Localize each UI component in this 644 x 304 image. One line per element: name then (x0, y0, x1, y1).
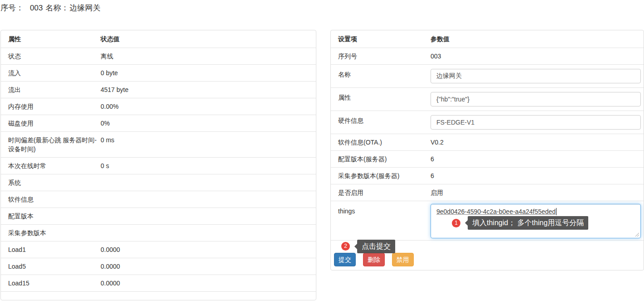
row-label: 采集参数版本 (1, 225, 101, 241)
table-row: 本次在线时常0 s (1, 158, 316, 174)
column-header-param-value: 参数值 (431, 30, 644, 48)
row-value: 0 s (101, 158, 316, 174)
row-label: 序列号 (331, 48, 431, 64)
table-row: Load150.0000 (1, 275, 316, 292)
table-row: 状态离线 (1, 48, 316, 65)
name-input[interactable] (431, 69, 641, 83)
enabled-row: 是否启用 启用 (331, 184, 644, 201)
content-panels: 属性 状态值 状态离线 流入0 byte 流出4517 byte 内存使用0.0… (0, 30, 644, 300)
row-label: 采集参数版本(服务器) (331, 168, 431, 184)
settings-header-row: 设置项 参数值 (331, 30, 644, 48)
row-label: 时间偏差(最新心跳 服务器时间-设备时间) (1, 132, 101, 157)
row-label: 软件信息 (1, 191, 101, 207)
row-label: 硬件信息 (331, 111, 431, 129)
row-value: 0.0000 (101, 258, 316, 275)
row-label: 状态 (1, 48, 101, 64)
page-title: 序号：003名称：边缘网关 (0, 0, 644, 14)
annotation-step-1: 1 填入thingid； 多个thing用逗号分隔 (452, 216, 588, 230)
hardware-row: 硬件信息 (331, 111, 644, 134)
row-label: 名称 (331, 65, 431, 82)
step-1-tooltip-text: 填入thingid； 多个thing用逗号分隔 (468, 216, 588, 230)
name-value: 边缘网关 (69, 4, 100, 12)
name-label: 名称： (45, 4, 68, 12)
attributes-row: 属性 (331, 88, 644, 111)
row-value: 启用 (431, 184, 644, 201)
step-2-badge: 2 (341, 242, 350, 251)
table-row: 磁盘使用0% (1, 115, 316, 132)
annotation-step-2: 2 点击提交 (341, 240, 395, 253)
attributes-input[interactable] (431, 92, 641, 106)
software-ota-row: 软件信息(OTA.) V0.2 (331, 134, 644, 151)
column-header-status-value: 状态值 (101, 30, 316, 48)
row-label: 磁盘使用 (1, 115, 101, 131)
serial-value: 003 (30, 4, 43, 12)
hardware-input[interactable] (431, 115, 641, 130)
column-header-attr: 属性 (1, 30, 101, 48)
row-label: things (331, 201, 431, 219)
row-value: 0% (101, 115, 316, 131)
row-value: 离线 (101, 48, 316, 64)
row-label: Load15 (1, 275, 101, 291)
row-value: 6 (431, 151, 644, 167)
table-row: 内存使用0.00% (1, 98, 316, 115)
tooltip-arrow-left-icon (352, 244, 357, 249)
row-label: 系统 (1, 174, 101, 191)
table-row: 流入0 byte (1, 65, 316, 82)
table-row: 采集参数版本 (1, 225, 316, 241)
row-value: 0 byte (101, 65, 316, 81)
row-value (431, 111, 644, 134)
delete-button[interactable]: 删除 (363, 253, 385, 266)
config-version-row: 配置版本(服务器) 6 (331, 151, 644, 168)
table-row: 流出4517 byte (1, 82, 316, 98)
row-value (101, 191, 316, 207)
resize-handle-icon[interactable] (634, 232, 639, 237)
row-value (101, 225, 316, 241)
table-row: 系统 (1, 174, 316, 191)
row-label: 软件信息(OTA.) (331, 134, 431, 150)
things-textarea[interactable]: 9e0d0426-4590-4c2a-b0ee-a4a24f55eded 1 填… (431, 204, 641, 238)
device-detail-page: 序号：003名称：边缘网关 属性 状态值 状态离线 流入0 byte 流出451… (0, 0, 644, 300)
step-1-badge: 1 (452, 219, 460, 227)
row-value: 0.00% (101, 98, 316, 115)
collect-version-row: 采集参数版本(服务器) 6 (331, 168, 644, 184)
table-row: Load10.0000 (1, 241, 316, 258)
row-value: 0 ms (101, 132, 316, 157)
row-value: 0.0000 (101, 275, 316, 291)
row-label: Load5 (1, 258, 101, 275)
serial-label: 序号： (0, 4, 24, 12)
settings-panel: 设置项 参数值 序列号 003 名称 属性 硬件信息 (330, 30, 644, 270)
table-row: 配置版本 (1, 208, 316, 225)
row-label: 流出 (1, 82, 101, 98)
row-label: 属性 (331, 88, 431, 106)
actions-row: 2 点击提交 提交 删除 禁用 (331, 241, 644, 270)
row-label: 配置版本(服务器) (331, 151, 431, 167)
things-row: things 9e0d0426-4590-4c2a-b0ee-a4a24f55e… (331, 201, 644, 241)
step-2-tooltip-text: 点击提交 (357, 240, 395, 253)
column-header-setting: 设置项 (331, 30, 431, 48)
disable-button[interactable]: 禁用 (392, 253, 414, 266)
row-label: 本次在线时常 (1, 158, 101, 174)
status-header-row: 属性 状态值 (1, 30, 316, 48)
row-value: 4517 byte (101, 82, 316, 98)
row-label: Load1 (1, 241, 101, 258)
text-caret (556, 208, 557, 215)
table-row: Load50.0000 (1, 258, 316, 275)
row-value (431, 88, 644, 111)
row-value: 0.0000 (101, 241, 316, 258)
row-value: 9e0d0426-4590-4c2a-b0ee-a4a24f55eded 1 填… (431, 201, 644, 240)
row-value (431, 65, 644, 87)
row-value (101, 208, 316, 224)
table-row: 时间偏差(最新心跳 服务器时间-设备时间)0 ms (1, 132, 316, 158)
row-value: 003 (431, 48, 644, 64)
row-value (101, 174, 316, 191)
row-label: 是否启用 (331, 184, 431, 201)
serial-row: 序列号 003 (331, 48, 644, 65)
table-row: 软件信息 (1, 191, 316, 208)
status-panel: 属性 状态值 状态离线 流入0 byte 流出4517 byte 内存使用0.0… (0, 30, 316, 300)
submit-button[interactable]: 提交 (334, 253, 356, 266)
row-label: 内存使用 (1, 98, 101, 115)
name-row: 名称 (331, 65, 644, 88)
row-label: 流入 (1, 65, 101, 81)
row-label: 配置版本 (1, 208, 101, 224)
row-value: V0.2 (431, 134, 644, 150)
